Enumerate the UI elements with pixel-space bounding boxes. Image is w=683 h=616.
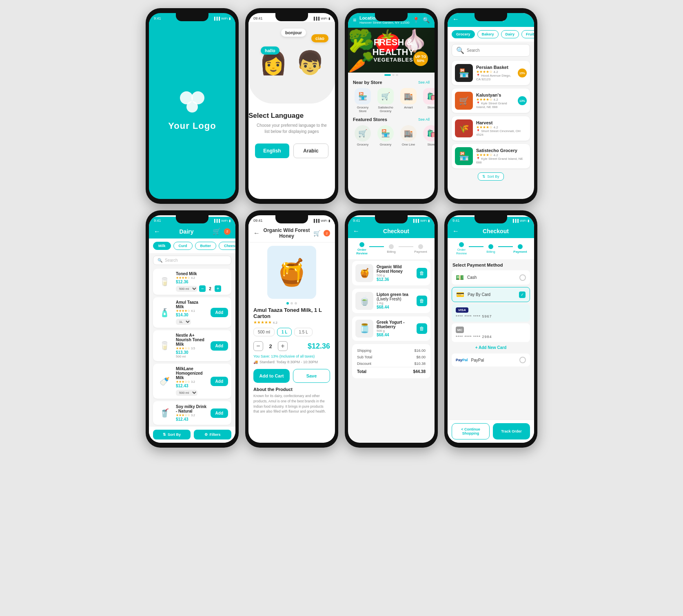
qty-increase-btn[interactable]: + bbox=[278, 341, 288, 351]
qty-decrease[interactable]: − bbox=[199, 285, 206, 292]
progress-line-2 bbox=[498, 246, 513, 247]
size-select-3[interactable]: 500 ml bbox=[176, 390, 197, 396]
size-select[interactable]: 500 ml1L bbox=[176, 286, 197, 292]
filter-grocery[interactable]: Grocery bbox=[452, 30, 475, 38]
dairy-footer: ⇅ Sort By ⚙ Filters bbox=[149, 426, 235, 443]
filter-tabs: Grocery Bakery Dairy Fruits bbox=[448, 27, 534, 42]
progress-line-1 bbox=[469, 246, 483, 247]
product-milklane[interactable]: 🍼 MilkLane Homogenized Milk ★★★☆☆ 3.2 $1… bbox=[153, 364, 231, 399]
store-card-persian[interactable]: 🏪 Persian Basket ★★★★☆ 4.2 📍 Hood Avenue… bbox=[452, 61, 530, 85]
store-card-kalustyan[interactable]: 🛒 Kalustyan's ★★★★☆ 4.2 📍 Kyle Street Gr… bbox=[452, 88, 530, 113]
featured-chip-2[interactable]: 🏪 Grocery bbox=[376, 125, 395, 146]
detail-stars: ★★★★★ 4.2 bbox=[248, 319, 335, 325]
featured-chip-1[interactable]: 🛒 Grocery bbox=[353, 125, 373, 146]
qty-decrease-btn[interactable]: − bbox=[253, 341, 263, 351]
time: 09:41 bbox=[253, 219, 263, 223]
store-chip-amart[interactable]: 🏬 Amart bbox=[399, 88, 418, 113]
chip-milk[interactable]: Milk bbox=[153, 242, 171, 250]
banner-text: FRESH & HEALTHY VEGETABLES bbox=[373, 38, 414, 63]
featured-chip-3[interactable]: 🏬 One Line bbox=[399, 125, 418, 146]
chip-curd[interactable]: Curd bbox=[173, 242, 193, 250]
size-1l[interactable]: 1 L bbox=[277, 328, 292, 336]
location-pin: 📍 bbox=[476, 157, 480, 161]
battery-icon: ▮ bbox=[428, 219, 430, 223]
search-icon[interactable]: 🔍 bbox=[423, 17, 430, 23]
english-button[interactable]: English bbox=[255, 144, 289, 158]
map-icon[interactable]: 📍 bbox=[412, 17, 419, 23]
delete-honey-btn[interactable]: 🗑 bbox=[417, 268, 427, 278]
cash-option[interactable]: 💵 Cash bbox=[452, 270, 530, 285]
wifi-icon: WiFi bbox=[321, 17, 327, 20]
phone-checkout-review: 9:41 ▐▐▐ WiFi ▮ ← Checkout OrderReview bbox=[345, 210, 438, 448]
paypal-radio[interactable] bbox=[519, 357, 526, 363]
cart-item-tea[interactable]: 🍵 Lipton green tea(Lively Fresh) 1 Kg $6… bbox=[352, 289, 430, 313]
menu-icon[interactable]: ≡ bbox=[353, 17, 356, 23]
product-amul-taaza[interactable]: 🧴 Amul Taaza Milk ★★★★☆ 4.1 $14.30 1L Ad… bbox=[153, 297, 231, 328]
sort-footer-btn[interactable]: ⇅ Sort By bbox=[153, 430, 191, 439]
search-input[interactable] bbox=[467, 48, 526, 53]
track-order-button[interactable]: Track Order bbox=[493, 423, 530, 439]
size-1-5l[interactable]: 1.5 L bbox=[294, 328, 312, 336]
chip-butter[interactable]: Butter bbox=[195, 242, 217, 250]
cart-icon[interactable]: 🛒 bbox=[213, 227, 221, 235]
filter-dairy[interactable]: Dairy bbox=[501, 30, 519, 38]
back-button[interactable]: ← bbox=[154, 228, 160, 235]
filter-footer-btn[interactable]: ⚙ Filters bbox=[194, 430, 231, 439]
cash-radio[interactable] bbox=[519, 274, 526, 281]
product-nestle[interactable]: 🥛 Nestle A+ Nourish Toned Milk ★★★☆☆ 3.5… bbox=[153, 330, 231, 361]
store-card-satistecho[interactable]: 🏪 Satistecho Grocery ★★★★☆ 4.2 📍 Kyle St… bbox=[452, 144, 530, 168]
filter-fruits[interactable]: Fruits bbox=[521, 30, 534, 38]
store-card-harvest[interactable]: 🌾 Harvest ★★★★☆ 4.2 📍 Short Street Cinci… bbox=[452, 116, 530, 141]
cart-icon[interactable]: 🛒 bbox=[313, 230, 320, 236]
harvest-info: Harvest ★★★★☆ 4.2 📍 Short Street Cincinn… bbox=[476, 120, 527, 137]
add-soy-btn[interactable]: Add bbox=[211, 408, 228, 418]
time: 9:41 bbox=[452, 219, 460, 223]
store-chip-satistecho[interactable]: 🛒 SatistechoGrocery bbox=[376, 88, 395, 113]
back-button[interactable]: ← bbox=[253, 230, 260, 237]
delete-tea-btn[interactable]: 🗑 bbox=[417, 296, 427, 306]
product-soy[interactable]: 🥤 Soy milky Drink - Natural ★★★☆☆ 3.2 $1… bbox=[153, 401, 231, 425]
total-row: Total $44.38 bbox=[357, 367, 426, 375]
chip-cheese[interactable]: Cheese bbox=[219, 242, 235, 250]
product-toned-milk[interactable]: 🥛 Toned Milk ★★★★☆ 4.2 $12.36 500 ml1L −… bbox=[153, 269, 231, 295]
paypal-option[interactable]: PayPal PayPal bbox=[452, 353, 530, 367]
back-button[interactable]: ← bbox=[452, 15, 459, 23]
size-500ml[interactable]: 500 ml bbox=[253, 328, 275, 336]
add-nestle-btn[interactable]: Add bbox=[211, 341, 228, 351]
dot-1 bbox=[392, 74, 395, 76]
signal-icon: ▐▐▐ bbox=[213, 219, 220, 223]
pay-by-card-option[interactable]: 💳 Pay By Card ✓ bbox=[452, 287, 530, 302]
save-product-button[interactable]: Save bbox=[293, 369, 330, 383]
cart-item-honey[interactable]: 🍯 Organic Wild Forest Honey 500 g $12.36… bbox=[352, 261, 430, 285]
splash-logo bbox=[176, 90, 208, 114]
progress-line-1 bbox=[369, 246, 384, 247]
back-button[interactable]: ← bbox=[353, 227, 359, 235]
continue-shopping-button[interactable]: < Continue Shopping bbox=[452, 423, 490, 439]
card-1[interactable]: VISA **** **** **** 5967 bbox=[452, 304, 530, 322]
card-2[interactable]: MC **** **** **** 2984 bbox=[452, 323, 530, 342]
cart-item-yogurt[interactable]: 🫙 Greek Yogurt - Blueberry 500 g $68.44 … bbox=[352, 316, 430, 341]
progress-line-2 bbox=[399, 246, 413, 247]
dairy-search[interactable]: 🔍 Search bbox=[153, 256, 231, 265]
status-icons: ▐▐▐ WiFi ▮ bbox=[213, 17, 231, 20]
featured-chip-4[interactable]: 🛍️ Store bbox=[421, 125, 435, 146]
splash-title: Your Logo bbox=[168, 121, 216, 131]
kalustyan-info: Kalustyan's ★★★★☆ 4.2 📍 Kyle Street Gran… bbox=[476, 93, 514, 109]
add-amul-btn[interactable]: Add bbox=[211, 308, 228, 317]
stores-search[interactable]: 🔍 bbox=[452, 44, 530, 57]
sort-button[interactable]: ⇅ Sort By bbox=[478, 172, 504, 181]
add-card-button[interactable]: + Add New Card bbox=[448, 343, 534, 352]
store-chip-grocery[interactable]: 🏪 GroceryStore bbox=[353, 88, 373, 113]
store-chip-other[interactable]: 🛍️ Store bbox=[421, 88, 435, 113]
wifi-icon: WiFi bbox=[520, 219, 526, 223]
add-to-cart-button[interactable]: Add to Cart bbox=[253, 369, 290, 383]
add-milklane-btn[interactable]: Add bbox=[211, 377, 228, 386]
back-button[interactable]: ← bbox=[452, 227, 459, 235]
qty-increase[interactable]: + bbox=[215, 285, 221, 292]
progress-bar: OrderReview Billing Payment bbox=[348, 238, 435, 259]
time: 9:41 bbox=[353, 219, 360, 223]
filter-bakery[interactable]: Bakery bbox=[477, 30, 499, 38]
delete-yogurt-btn[interactable]: 🗑 bbox=[417, 323, 427, 334]
arabic-button[interactable]: Arabic bbox=[293, 144, 328, 158]
size-select-2[interactable]: 1L bbox=[176, 319, 191, 325]
